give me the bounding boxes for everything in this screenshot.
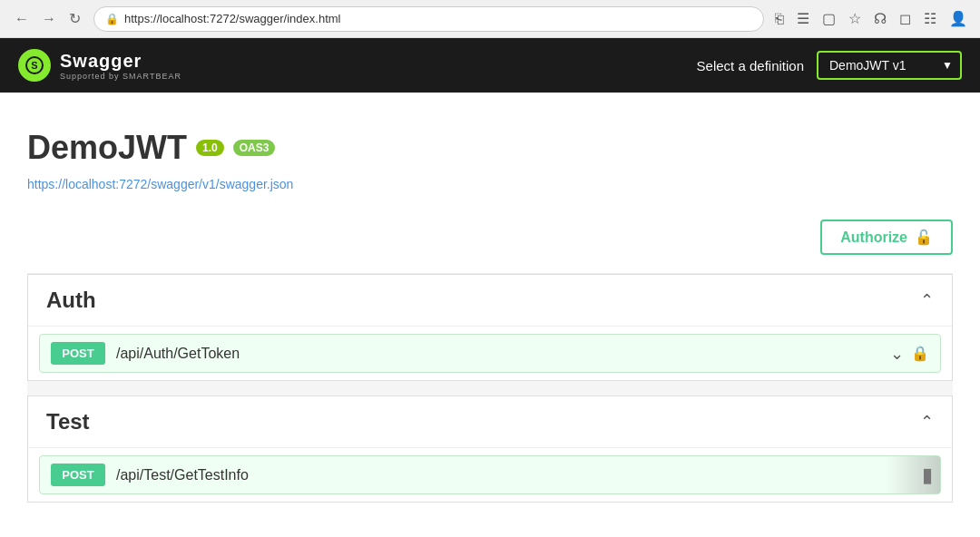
reader-button[interactable]: ☰ <box>795 8 811 29</box>
definition-wrapper: DemoJWT v1 ▼ <box>817 51 962 80</box>
authorize-label: Authorize <box>840 229 907 246</box>
swagger-logo-icon: S <box>18 49 51 82</box>
swagger-logo: S Swagger Supported by SMARTBEAR <box>18 49 181 82</box>
swagger-header: S Swagger Supported by SMARTBEAR Select … <box>0 38 980 93</box>
version-badge: 1.0 <box>196 140 224 156</box>
post-badge: POST <box>51 342 105 365</box>
swagger-main-content: DemoJWT 1.0 OAS3 https://localhost:7272/… <box>0 93 980 537</box>
back-button[interactable]: ← <box>11 9 33 29</box>
auth-section: Auth ⌃ POST /api/Auth/GetToken ⌄ 🔒 <box>27 274 953 381</box>
forward-button[interactable]: → <box>38 9 60 29</box>
definition-label: Select a definition <box>697 58 804 73</box>
endpoint-actions: ⌄ 🔒 <box>890 344 929 364</box>
authorize-section: Authorize 🔓 <box>27 201 953 274</box>
svg-text:S: S <box>31 60 37 71</box>
api-title-section: DemoJWT 1.0 OAS3 https://localhost:7272/… <box>27 111 953 201</box>
browser-chrome: ← → ↻ 🔒 https://localhost:7272/swagger/i… <box>0 0 980 38</box>
post-badge-test: POST <box>51 464 105 486</box>
swagger-logo-text: Swagger Supported by SMARTBEAR <box>60 51 181 81</box>
address-url: https://localhost:7272/swagger/index.htm… <box>124 12 340 25</box>
collections-button[interactable]: ☊ <box>872 8 888 29</box>
shield-icon: ▮ <box>922 464 933 487</box>
extensions-button[interactable]: ☷ <box>922 8 938 29</box>
title-row: DemoJWT 1.0 OAS3 <box>27 129 953 167</box>
test-gettestinfo-path: /api/Test/GetTestInfo <box>116 467 929 483</box>
schema-link[interactable]: https://localhost:7272/swagger/v1/swagge… <box>27 177 293 191</box>
swagger-brand-sub: Supported by SMARTBEAR <box>60 72 181 81</box>
test-chevron-up-icon: ⌃ <box>920 412 934 432</box>
authorize-button[interactable]: Authorize 🔓 <box>820 220 953 255</box>
definition-dropdown[interactable]: DemoJWT v1 <box>817 51 962 80</box>
auth-gettoken-endpoint[interactable]: POST /api/Auth/GetToken ⌄ 🔒 <box>39 334 941 373</box>
test-section: Test ⌃ POST /api/Test/GetTestInfo ▮ <box>27 395 953 503</box>
auth-gettoken-path: /api/Auth/GetToken <box>116 346 879 362</box>
split-view-button[interactable]: ▢ <box>820 8 838 29</box>
endpoint-chevron-icon: ⌄ <box>890 344 904 364</box>
favorites-button[interactable]: ☆ <box>847 8 863 29</box>
profile-button[interactable]: 👤 <box>947 8 969 29</box>
api-title: DemoJWT <box>27 129 187 167</box>
address-bar[interactable]: 🔒 https://localhost:7272/swagger/index.h… <box>93 6 764 32</box>
address-lock-icon: 🔒 <box>105 13 119 25</box>
section-separator <box>27 381 953 395</box>
swagger-brand-name: Swagger <box>60 51 181 72</box>
browser-nav-buttons: ← → ↻ <box>11 8 84 29</box>
refresh-button[interactable]: ↻ <box>65 8 84 29</box>
auth-chevron-up-icon: ⌃ <box>920 290 934 310</box>
test-gettestinfo-endpoint[interactable]: POST /api/Test/GetTestInfo ▮ <box>39 455 941 494</box>
auth-section-header[interactable]: Auth ⌃ <box>28 275 952 327</box>
endpoint-lock-icon: 🔒 <box>911 345 929 362</box>
endpoint-shadow-overlay: ▮ <box>886 456 940 493</box>
oas-badge: OAS3 <box>233 140 276 156</box>
translate-button[interactable]: ⎗ <box>773 9 786 29</box>
browser-actions: ⎗ ☰ ▢ ☆ ☊ ◻ ☷ 👤 <box>773 8 969 29</box>
test-section-title: Test <box>46 409 90 434</box>
lock-icon: 🔓 <box>915 229 933 246</box>
definition-select-area: Select a definition DemoJWT v1 ▼ <box>697 51 962 80</box>
devices-button[interactable]: ◻ <box>897 8 913 29</box>
auth-section-title: Auth <box>46 288 96 313</box>
test-section-header[interactable]: Test ⌃ <box>28 396 952 448</box>
